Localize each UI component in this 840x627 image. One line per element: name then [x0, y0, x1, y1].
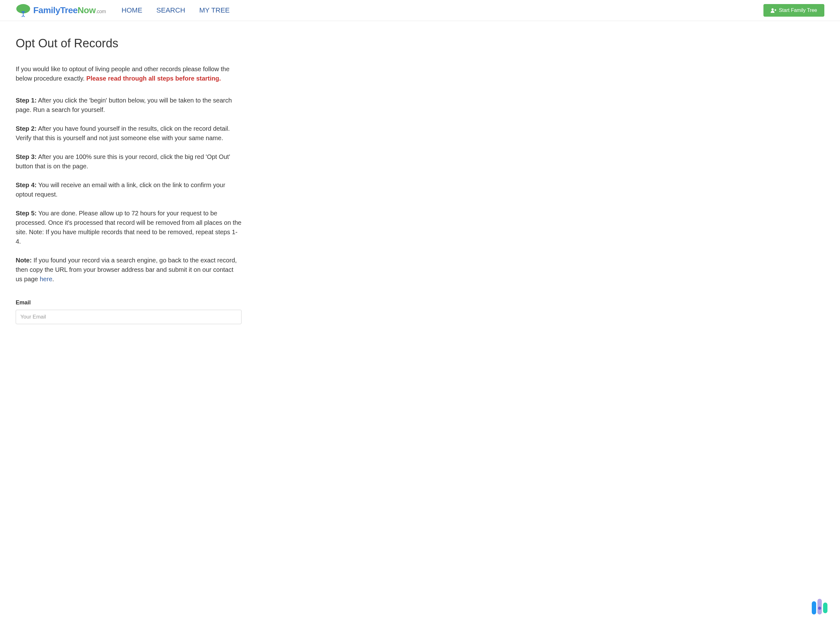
- logo[interactable]: FamilyTreeNow.com: [16, 4, 106, 17]
- step-2-text: After you have found yourself in the res…: [16, 125, 230, 142]
- site-header: FamilyTreeNow.com HOME SEARCH MY TREE St…: [0, 0, 840, 21]
- page-title: Opt Out of Records: [16, 37, 242, 50]
- svg-rect-11: [775, 9, 776, 11]
- step-4: Step 4: You will receive an email with a…: [16, 180, 242, 199]
- main-content: Opt Out of Records If you would like to …: [0, 21, 257, 337]
- nav-mytree[interactable]: MY TREE: [199, 6, 230, 14]
- intro-paragraph: If you would like to optout of living pe…: [16, 64, 242, 83]
- svg-point-1: [17, 6, 23, 12]
- svg-point-9: [772, 8, 774, 11]
- logo-dotcom: .com: [96, 9, 106, 14]
- step-5-text: You are done. Please allow up to 72 hour…: [16, 210, 242, 245]
- logo-family: Family: [33, 5, 60, 15]
- email-label: Email: [16, 299, 242, 306]
- start-family-tree-button[interactable]: Start Family Tree: [763, 4, 824, 17]
- step-3-text: After you are 100% sure this is your rec…: [16, 153, 230, 170]
- user-plus-icon: [771, 8, 776, 13]
- intro-warning: Please read through all steps before sta…: [86, 75, 221, 82]
- email-form-section: Email: [16, 299, 242, 324]
- nav-search[interactable]: SEARCH: [156, 6, 185, 14]
- step-3: Step 3: After you are 100% sure this is …: [16, 152, 242, 171]
- email-input[interactable]: [16, 310, 242, 324]
- tree-logo-icon: [16, 4, 31, 17]
- step-5: Step 5: You are done. Please allow up to…: [16, 208, 242, 246]
- step-3-label: Step 3:: [16, 153, 37, 160]
- step-2-label: Step 2:: [16, 125, 37, 132]
- logo-now: Now: [77, 5, 96, 15]
- step-2: Step 2: After you have found yourself in…: [16, 124, 242, 143]
- start-button-label: Start Family Tree: [779, 8, 817, 13]
- logo-text: FamilyTreeNow.com: [33, 5, 106, 15]
- contact-us-link[interactable]: here: [40, 276, 52, 282]
- note-label: Note:: [16, 257, 32, 264]
- step-4-label: Step 4:: [16, 181, 37, 188]
- logo-tree: Tree: [60, 5, 78, 15]
- note-period: .: [52, 276, 54, 282]
- nav-home[interactable]: HOME: [122, 6, 142, 14]
- step-5-label: Step 5:: [16, 210, 37, 217]
- step-1: Step 1: After you click the 'begin' butt…: [16, 96, 242, 114]
- main-nav: HOME SEARCH MY TREE: [122, 6, 764, 14]
- note-paragraph: Note: If you found your record via a sea…: [16, 255, 242, 284]
- step-4-text: You will receive an email with a link, c…: [16, 181, 225, 198]
- step-1-text: After you click the 'begin' button below…: [16, 97, 232, 113]
- step-1-label: Step 1:: [16, 97, 37, 104]
- svg-point-2: [23, 6, 30, 12]
